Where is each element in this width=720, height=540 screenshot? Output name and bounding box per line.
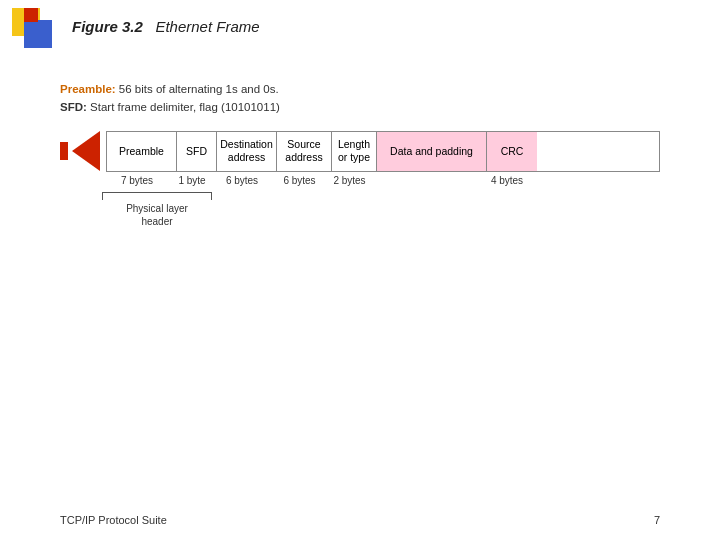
data-bytes [372, 175, 482, 186]
footer: TCP/IP Protocol Suite 7 [60, 514, 660, 526]
sfd-label: SFD: [60, 101, 87, 113]
footer-right: 7 [654, 514, 660, 526]
page-title: Figure 3.2 Ethernet Frame [72, 18, 260, 35]
phys-bracket [102, 190, 660, 200]
preamble-label: Preamble: [60, 83, 116, 95]
preamble-cell: Preamble [107, 132, 177, 171]
sfd-cell: SFD [177, 132, 217, 171]
red-square [24, 8, 38, 22]
preamble-legend: Preamble: 56 bits of alternating 1s and … [60, 80, 660, 98]
ethernet-frame: Preamble SFD Destination address Source … [106, 131, 660, 172]
footer-left: TCP/IP Protocol Suite [60, 514, 167, 526]
left-arrow [72, 131, 100, 171]
bytes-row: 7 bytes 1 byte 6 bytes 6 bytes 2 bytes 4… [102, 175, 660, 186]
physical-layer-section: Physical layerheader [102, 190, 660, 228]
main-content: Preamble: 56 bits of alternating 1s and … [60, 80, 660, 228]
figure-label: Figure 3.2 [72, 18, 143, 35]
figure-title: Ethernet Frame [155, 18, 259, 35]
crc-cell: CRC [487, 132, 537, 171]
preamble-desc: 56 bits of alternating 1s and 0s. [116, 83, 279, 95]
length-bytes: 2 bytes [327, 175, 372, 186]
diagram-wrapper: Preamble SFD Destination address Source … [60, 131, 660, 172]
sfd-desc: Start frame delimiter, flag (10101011) [87, 101, 280, 113]
data-cell: Data and padding [377, 132, 487, 171]
destination-cell: Destination address [217, 132, 277, 171]
bracket-line [102, 192, 212, 200]
src-bytes: 6 bytes [272, 175, 327, 186]
blue-square [24, 20, 52, 48]
preamble-bytes: 7 bytes [102, 175, 172, 186]
dest-bytes: 6 bytes [212, 175, 272, 186]
phys-label: Physical layerheader [102, 202, 212, 228]
sfd-bytes: 1 byte [172, 175, 212, 186]
legend-section: Preamble: 56 bits of alternating 1s and … [60, 80, 660, 117]
arrow-shaft [60, 142, 68, 160]
crc-bytes: 4 bytes [482, 175, 532, 186]
length-cell: Length or type [332, 132, 377, 171]
sfd-legend: SFD: Start frame delimiter, flag (101010… [60, 98, 660, 116]
source-cell: Source address [277, 132, 332, 171]
corner-decoration [0, 0, 60, 60]
